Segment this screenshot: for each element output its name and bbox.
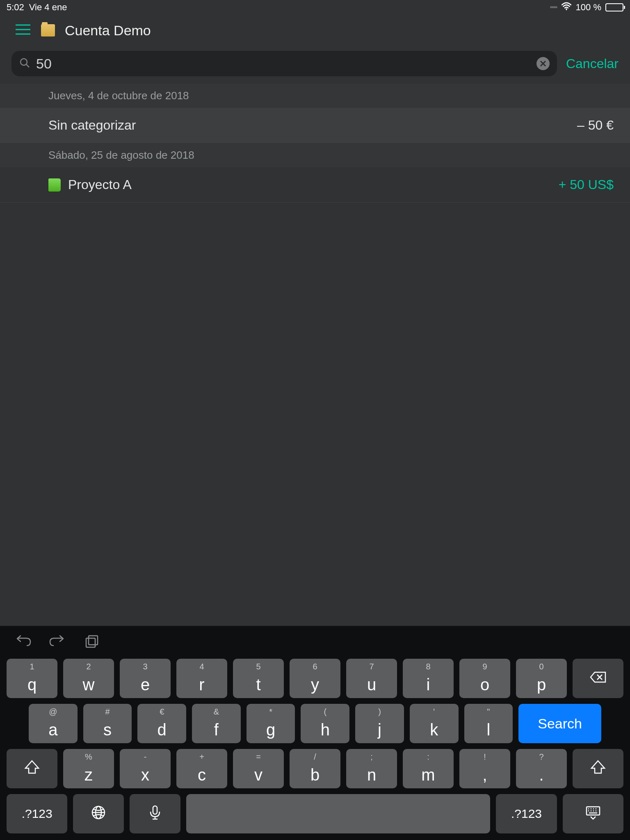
row-label: Proyecto A [68,177,132,192]
key-r[interactable]: 4r [176,659,227,698]
battery-icon [605,3,623,11]
key-,[interactable]: !, [459,749,510,788]
redo-icon[interactable] [48,635,66,651]
svg-rect-9 [89,636,98,645]
hide-keyboard-key[interactable] [563,794,623,833]
key-p[interactable]: 0p [516,659,567,698]
search-field[interactable] [11,51,557,76]
key-f[interactable]: &f [192,704,241,743]
menu-icon[interactable] [15,23,31,37]
key-d[interactable]: €d [137,704,186,743]
key-i[interactable]: 8i [403,659,454,698]
undo-icon[interactable] [15,635,32,651]
key-h[interactable]: (h [301,704,349,743]
status-time: 5:02 [7,2,24,13]
search-icon [19,57,30,70]
folder-icon [41,24,55,37]
key-y[interactable]: 6y [290,659,340,698]
page-title: Cuenta Demo [65,23,151,39]
keyboard: 1q2w3e4r5t6y7u8i9o0p @a#s€d&f*g(h)j'k"lS… [0,626,630,840]
key-c[interactable]: +c [176,749,227,788]
results-list[interactable]: Jueves, 4 de octubre de 2018Sin categori… [0,84,630,626]
row-label: Sin categorizar [48,118,136,133]
row-amount: + 50 US$ [559,177,614,192]
space-key[interactable] [186,794,491,833]
category-icon [48,178,61,192]
signal-dots-icon: •••• [550,3,557,12]
key-z[interactable]: %z [63,749,114,788]
key-j[interactable]: )j [355,704,404,743]
key-g[interactable]: *g [247,704,295,743]
clipboard-icon[interactable] [82,635,99,651]
key-t[interactable]: 5t [233,659,284,698]
section-date-header: Jueves, 4 de octubre de 2018 [0,84,630,108]
svg-rect-8 [86,638,95,647]
keyboard-toolbar [0,631,630,659]
status-bar: 5:02 Vie 4 ene •••• 100 % [0,0,630,15]
key-u[interactable]: 7u [346,659,397,698]
list-item[interactable]: Sin categorizar– 50 € [0,108,630,143]
svg-line-5 [26,64,29,67]
app-header: Cuenta Demo [0,15,630,46]
row-amount: – 50 € [577,118,614,133]
mic-key[interactable] [130,794,180,833]
status-date: Vie 4 ene [29,2,67,13]
key-e[interactable]: 3e [120,659,171,698]
search-row: Cancelar [0,46,630,84]
key-x[interactable]: -x [120,749,171,788]
search-input[interactable] [36,56,531,72]
key-v[interactable]: =v [233,749,284,788]
key-.[interactable]: ?. [516,749,567,788]
section-date-header: Sábado, 25 de agosto de 2018 [0,143,630,167]
clear-search-button[interactable] [536,57,550,70]
svg-rect-15 [153,806,157,814]
backspace-key[interactable] [573,659,623,698]
key-w[interactable]: 2w [63,659,114,698]
shift-key-right[interactable] [573,749,623,788]
shift-key[interactable] [7,749,57,788]
battery-percent: 100 % [576,2,601,13]
key-n[interactable]: ;n [346,749,397,788]
svg-point-4 [21,59,27,65]
key-o[interactable]: 9o [459,659,510,698]
wifi-icon [561,2,572,13]
search-key[interactable]: Search [518,704,601,743]
key-q[interactable]: 1q [7,659,57,698]
key-k[interactable]: 'k [410,704,459,743]
cancel-button[interactable]: Cancelar [566,56,619,71]
svg-point-0 [566,8,567,9]
list-item[interactable]: Proyecto A+ 50 US$ [0,167,630,203]
globe-key[interactable] [73,794,124,833]
key-a[interactable]: @a [29,704,78,743]
key-s[interactable]: #s [83,704,132,743]
key-l[interactable]: "l [464,704,513,743]
key-b[interactable]: /b [290,749,340,788]
numsym-key[interactable]: .?123 [7,794,67,833]
key-m[interactable]: :m [403,749,454,788]
numsym-key-right[interactable]: .?123 [496,794,557,833]
